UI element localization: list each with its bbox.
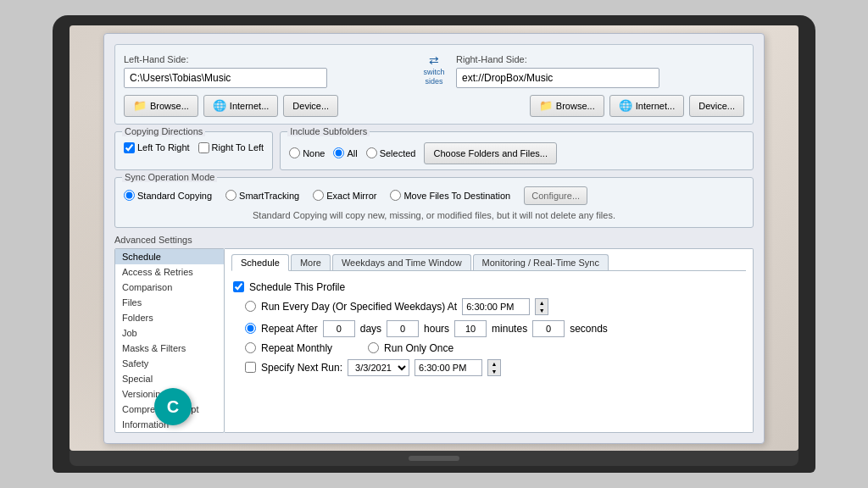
subfolders-all[interactable]: All <box>333 147 357 158</box>
repeat-monthly-row: Repeat Monthly Run Only Once <box>245 342 744 354</box>
repeat-monthly-radio[interactable] <box>245 342 256 353</box>
right-device-label: Device... <box>698 101 735 111</box>
left-globe-icon: 🌐 <box>213 99 226 112</box>
days-label: days <box>360 323 381 335</box>
sidebar-item-access-retries[interactable]: Access & Retries <box>115 264 224 280</box>
sync-mirror[interactable]: Exact Mirror <box>313 190 376 201</box>
sidebar-item-comparison[interactable]: Comparison <box>115 280 224 295</box>
next-run-time-up[interactable]: ▲ <box>488 360 500 368</box>
run-only-once-label: Run Only Once <box>384 342 453 354</box>
schedule-content: Schedule This Profile Run Every Day (Or … <box>231 278 746 385</box>
left-browse-button[interactable]: 📁 Browse... <box>124 95 198 117</box>
repeat-minutes-input[interactable] <box>454 320 487 337</box>
subfolders-none[interactable]: None <box>289 147 325 158</box>
repeat-days-input[interactable] <box>323 320 355 337</box>
repeat-after-row: Repeat After days hours minutes seconds <box>245 320 744 337</box>
content-panel: Schedule More Weekdays and Time Window M… <box>225 248 754 433</box>
right-browse-button[interactable]: 📁 Browse... <box>530 95 604 117</box>
path-section: Left-Hand Side: ⇄ switch sides Right-Han… <box>114 44 754 125</box>
run-every-day-row: Run Every Day (Or Specified Weekdays) At… <box>245 298 744 315</box>
run-only-once-radio[interactable] <box>368 342 379 353</box>
include-subfolders-title: Include Subfolders <box>287 126 370 136</box>
left-internet-button[interactable]: 🌐 Internet... <box>203 95 278 117</box>
left-side-label: Left-Hand Side: <box>124 54 412 64</box>
sidebar-item-masks-filters[interactable]: Masks & Filters <box>115 341 224 356</box>
left-internet-label: Internet... <box>230 101 269 111</box>
next-run-time-spinner[interactable]: ▲ ▼ <box>487 359 501 376</box>
switch-sides-button[interactable]: ⇄ switch sides <box>417 52 451 89</box>
tab-schedule[interactable]: Schedule <box>231 254 289 271</box>
specify-next-run-checkbox[interactable] <box>245 362 256 373</box>
tab-weekdays[interactable]: Weekdays and Time Window <box>332 254 471 270</box>
right-internet-button[interactable]: 🌐 Internet... <box>609 95 684 117</box>
sidebar-item-folders[interactable]: Folders <box>115 310 224 325</box>
sidebar-item-special[interactable]: Special <box>115 371 224 386</box>
tab-more[interactable]: More <box>291 254 331 270</box>
left-device-button[interactable]: Device... <box>283 95 338 117</box>
minutes-label: minutes <box>492 323 527 335</box>
repeat-after-label: Repeat After <box>261 323 318 335</box>
right-folder-icon: 📁 <box>539 99 553 112</box>
hours-label: hours <box>424 323 449 335</box>
advanced-section: Advanced Settings Schedule Access & Retr… <box>114 235 754 433</box>
sync-mirror-radio[interactable] <box>313 190 324 201</box>
subfolders-all-radio[interactable] <box>333 147 344 158</box>
right-to-left-checkbox[interactable] <box>198 142 209 153</box>
sync-move-radio[interactable] <box>390 190 401 201</box>
sync-move[interactable]: Move Files To Destination <box>390 190 510 201</box>
sync-smart-label: SmartTracking <box>239 191 299 201</box>
run-time-down[interactable]: ▼ <box>536 307 548 314</box>
configure-button[interactable]: Configure... <box>524 186 587 205</box>
next-run-time-down[interactable]: ▼ <box>488 368 500 375</box>
schedule-this-profile-checkbox[interactable] <box>233 281 244 292</box>
choose-folders-button[interactable]: Choose Folders and Files... <box>424 142 557 164</box>
right-path-input[interactable] <box>456 68 659 88</box>
sync-move-label: Move Files To Destination <box>403 191 510 201</box>
configure-label: Configure... <box>531 191 580 201</box>
left-to-right-label: Left To Right <box>137 142 190 152</box>
repeat-after-radio[interactable] <box>245 323 256 334</box>
sidebar-item-job[interactable]: Job <box>115 325 224 341</box>
sidebar-item-schedule[interactable]: Schedule <box>115 249 224 264</box>
tab-monitoring[interactable]: Monitoring / Real-Time Sync <box>473 254 609 270</box>
specify-next-run-label: Specify Next Run: <box>261 362 342 374</box>
right-device-button[interactable]: Device... <box>689 95 744 117</box>
sync-standard[interactable]: Standard Copying <box>124 190 212 201</box>
tabs-bar: Schedule More Weekdays and Time Window M… <box>231 254 746 271</box>
subfolders-selected[interactable]: Selected <box>366 147 416 158</box>
subfolders-none-radio[interactable] <box>289 147 300 158</box>
run-time-spinner[interactable]: ▲ ▼ <box>535 298 548 315</box>
next-run-time-input[interactable] <box>415 359 482 376</box>
subfolders-selected-radio[interactable] <box>366 147 377 158</box>
right-to-left-option[interactable]: Right To Left <box>198 142 264 153</box>
left-to-right-checkbox[interactable] <box>124 142 135 153</box>
run-time-up[interactable]: ▲ <box>536 299 548 307</box>
left-to-right-option[interactable]: Left To Right <box>124 142 190 153</box>
laptop-frame: Left-Hand Side: ⇄ switch sides Right-Han… <box>53 15 815 473</box>
sync-smart-radio[interactable] <box>225 190 236 201</box>
schedule-this-profile-row: Schedule This Profile <box>233 281 744 293</box>
repeat-hours-input[interactable] <box>387 320 419 337</box>
switch-label: switch sides <box>423 68 444 86</box>
include-subfolders-box: Include Subfolders None All Selected <box>280 131 754 170</box>
right-browse-label: Browse... <box>556 101 595 111</box>
sidebar-item-safety[interactable]: Safety <box>115 356 224 371</box>
left-path-input[interactable] <box>124 68 327 88</box>
repeat-seconds-input[interactable] <box>532 320 565 337</box>
run-every-day-radio[interactable] <box>245 301 256 312</box>
specify-next-run-row: Specify Next Run: 3/3/2021 ▲ ▼ <box>245 359 744 376</box>
sidebar-item-files[interactable]: Files <box>115 295 224 310</box>
right-globe-icon: 🌐 <box>619 99 632 112</box>
switch-icon: ⇄ <box>429 53 439 68</box>
choose-folders-label: Choose Folders and Files... <box>433 148 548 158</box>
copying-directions-box: Copying Directions Left To Right Right T… <box>114 131 273 170</box>
subfolders-none-label: None <box>303 148 325 158</box>
run-time-input[interactable] <box>462 298 530 315</box>
sync-smart[interactable]: SmartTracking <box>225 190 299 201</box>
folder-icon: 📁 <box>133 99 147 112</box>
subfolders-selected-label: Selected <box>380 148 416 158</box>
brand-logo: C <box>154 388 192 425</box>
left-device-label: Device... <box>292 101 329 111</box>
sync-standard-radio[interactable] <box>124 190 135 201</box>
next-run-date-select[interactable]: 3/3/2021 <box>348 359 409 376</box>
